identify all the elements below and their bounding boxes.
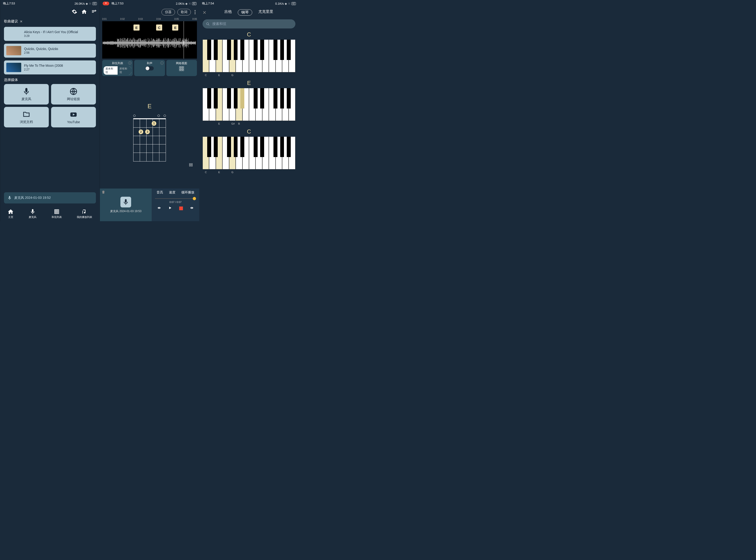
black-key[interactable] bbox=[274, 40, 277, 60]
media-url-button[interactable]: WWW网址链接 bbox=[51, 84, 96, 104]
black-key[interactable] bbox=[287, 88, 291, 108]
rewind-icon[interactable] bbox=[157, 206, 161, 211]
chord-list-control[interactable]: i 和弦列表 基本和弦所有和弦 bbox=[102, 60, 133, 76]
piano-keyboard[interactable] bbox=[202, 137, 295, 169]
black-key[interactable] bbox=[280, 88, 284, 108]
harmony-control[interactable]: i 和声 bbox=[134, 60, 165, 76]
tab-ukulele[interactable]: 尤克里里 bbox=[258, 9, 273, 16]
black-key[interactable] bbox=[254, 88, 258, 108]
info-icon[interactable]: i bbox=[160, 61, 163, 65]
key-label: G bbox=[232, 171, 234, 174]
black-key[interactable] bbox=[207, 137, 211, 157]
black-key[interactable] bbox=[254, 137, 258, 157]
tab-piano[interactable]: 钢琴 bbox=[238, 9, 252, 16]
key-label: G# bbox=[231, 122, 235, 125]
chord-marker-e[interactable]: E bbox=[134, 24, 140, 31]
black-key[interactable] bbox=[207, 88, 211, 108]
black-key[interactable] bbox=[280, 137, 284, 157]
black-key[interactable] bbox=[240, 40, 244, 60]
black-key[interactable] bbox=[227, 137, 231, 157]
waveform[interactable]: E C E bbox=[102, 21, 197, 59]
black-key[interactable] bbox=[240, 88, 244, 108]
black-key[interactable] bbox=[227, 88, 231, 108]
nav-mic[interactable]: 麦克风 bbox=[29, 208, 36, 219]
lyrics-button[interactable]: 歌词 bbox=[177, 9, 191, 15]
black-key[interactable] bbox=[287, 137, 291, 157]
song-suggestion-2[interactable]: Fly Me To The Moon (20082:27 bbox=[4, 60, 96, 75]
black-key[interactable] bbox=[274, 88, 277, 108]
controls-row: i 和弦列表 基本和弦所有和弦 i 和声 网格视图 bbox=[100, 59, 199, 78]
info-icon[interactable]: i bbox=[128, 61, 131, 65]
key-label: C bbox=[205, 74, 207, 77]
grid-view-control[interactable]: 网格视图 bbox=[166, 60, 197, 76]
progress-slider[interactable] bbox=[155, 198, 196, 199]
black-key[interactable] bbox=[260, 137, 264, 157]
play-icon[interactable] bbox=[168, 206, 172, 211]
nav-home[interactable]: 主页 bbox=[8, 208, 14, 219]
instrument-button[interactable]: 仪器 bbox=[161, 9, 175, 15]
black-key[interactable] bbox=[214, 88, 218, 108]
black-key[interactable] bbox=[234, 40, 238, 60]
piano-keyboard[interactable] bbox=[202, 88, 295, 121]
chord-marker-c[interactable]: C bbox=[156, 24, 162, 31]
grid-toggle-icon[interactable] bbox=[189, 163, 193, 166]
nav-playlist[interactable]: 我的播放列表 bbox=[77, 208, 92, 219]
time-ticks: 0:010:020:030:040:050:06 bbox=[102, 18, 197, 20]
gear-icon[interactable] bbox=[72, 9, 77, 15]
black-key[interactable] bbox=[214, 40, 218, 60]
media-youtube-button[interactable]: YouTube bbox=[51, 107, 96, 127]
tab-guitar[interactable]: 吉他 bbox=[224, 9, 232, 16]
status-bar: 晚上7:54 0.1K/s◈ ⁙82 bbox=[199, 0, 299, 7]
pitch-button[interactable]: 音高 bbox=[157, 191, 163, 195]
black-key[interactable] bbox=[260, 40, 264, 60]
chord-section-0: CCEG bbox=[199, 30, 299, 78]
black-key[interactable] bbox=[260, 88, 264, 108]
black-key[interactable] bbox=[214, 137, 218, 157]
media-mic-button[interactable]: 麦克风 bbox=[4, 84, 49, 104]
suggestions-header: 歌曲建议 ✕ bbox=[0, 17, 100, 25]
delete-icon[interactable] bbox=[101, 190, 105, 195]
suggestions-title: 歌曲建议 bbox=[4, 19, 18, 24]
black-key[interactable] bbox=[234, 88, 238, 108]
svg-point-3 bbox=[206, 23, 208, 25]
black-key[interactable] bbox=[234, 137, 238, 157]
song-suggestion-0[interactable]: Alicia Keys - If I Ain't Got You (Offici… bbox=[4, 27, 96, 41]
black-key[interactable] bbox=[274, 137, 277, 157]
black-key[interactable] bbox=[287, 40, 291, 60]
harmony-switch[interactable] bbox=[145, 66, 154, 71]
mic-icon bbox=[22, 87, 31, 96]
status-bar: 晚上7:53 26.0K/s ◈ ⁙ 82 bbox=[0, 0, 100, 7]
search-input[interactable]: 搜索和弦 bbox=[202, 19, 295, 28]
battery-icon: 82 bbox=[192, 2, 197, 5]
loop-button[interactable]: 循环播放 bbox=[181, 191, 194, 195]
key-label: G bbox=[232, 74, 234, 77]
media-browse-button[interactable]: 浏览文档 bbox=[4, 107, 49, 127]
song-suggestion-1[interactable]: Quizás, Quizás, Quizás2:56 bbox=[4, 44, 96, 58]
chord-filter-toggle[interactable]: 基本和弦所有和弦 bbox=[104, 66, 131, 75]
song-title: Fly Me To The Moon (2008 bbox=[24, 64, 63, 67]
screen-chord-library: 晚上7:54 0.1K/s◈ ⁙82 ✕ 吉他 钢琴 尤克里里 搜索和弦 CCE… bbox=[199, 0, 299, 221]
black-key[interactable] bbox=[254, 40, 258, 60]
black-key[interactable] bbox=[280, 40, 284, 60]
recent-recording[interactable]: 麦克风 2024-01-03 19:52 bbox=[4, 192, 96, 203]
playlist-add-icon[interactable] bbox=[91, 9, 97, 15]
black-key[interactable] bbox=[227, 40, 231, 60]
nav-chords[interactable]: 和弦列表 bbox=[52, 208, 62, 219]
black-key[interactable] bbox=[240, 137, 244, 157]
song-duration: 3:29 bbox=[24, 34, 78, 38]
more-icon[interactable] bbox=[193, 10, 197, 14]
player-controls: 音高速度循环播放 0:07 / 0:07 bbox=[152, 188, 199, 221]
close-icon[interactable]: ✕ bbox=[202, 10, 206, 15]
home-icon[interactable] bbox=[81, 9, 87, 15]
speed-button[interactable]: 速度 bbox=[169, 191, 176, 195]
key-label: E bbox=[218, 74, 220, 77]
forward-icon[interactable] bbox=[190, 206, 194, 211]
stop-icon[interactable] bbox=[179, 206, 183, 210]
black-key[interactable] bbox=[207, 40, 211, 60]
svg-text:WWW: WWW bbox=[71, 91, 76, 93]
youtube-icon bbox=[69, 111, 78, 119]
status-speed: 2.0K/s bbox=[176, 2, 184, 5]
chord-marker-e2[interactable]: E bbox=[172, 24, 178, 31]
piano-keyboard[interactable] bbox=[202, 40, 295, 72]
close-icon[interactable]: ✕ bbox=[20, 20, 23, 23]
